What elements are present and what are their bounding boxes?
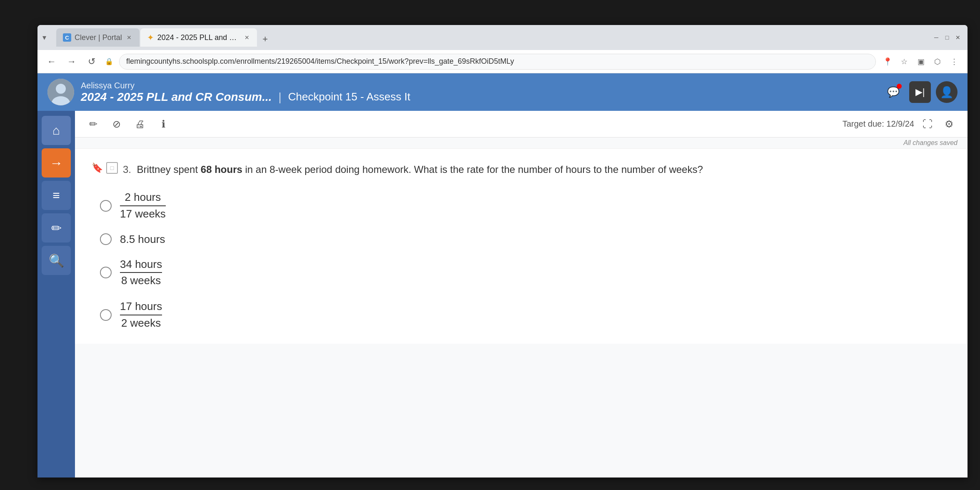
sidebar-item-search[interactable]: 🔍	[42, 246, 71, 275]
fraction-a-numerator: 2 hours	[120, 190, 166, 206]
block-button[interactable]: ⊘	[108, 116, 125, 132]
video-button[interactable]: ▶|	[909, 81, 931, 103]
radio-c[interactable]	[100, 267, 112, 278]
sidebar-item-layers[interactable]: ≡	[42, 181, 71, 210]
fraction-d-denominator: 2 weeks	[120, 315, 162, 330]
pencil-icon: ✏	[89, 118, 97, 130]
search-icon: 🔍	[49, 253, 64, 268]
fraction-a: 2 hours 17 weeks	[120, 190, 166, 221]
tab-bar: ▾ C Clever | Portal ✕ ✦ 2024 - 2025 PLL …	[37, 25, 968, 50]
answer-option-a[interactable]: 2 hours 17 weeks	[100, 190, 951, 221]
sidebar-item-arrow[interactable]: →	[42, 148, 71, 178]
fraction-c-numerator: 34 hours	[120, 258, 162, 273]
fraction-c: 34 hours 8 weeks	[120, 258, 162, 288]
question-number: 3.	[123, 164, 137, 175]
profile-button[interactable]: 👤	[936, 81, 958, 103]
fullscreen-icon: ⛶	[923, 118, 933, 130]
address-input[interactable]	[119, 54, 876, 70]
address-bar: ← → ↺ 🔒 📍 ☆ ▣ ⬡ ⋮	[37, 50, 968, 73]
header-username: Aelissya Curry	[81, 81, 410, 90]
question-text-bold: 68 hours	[201, 164, 242, 175]
tabs-container: C Clever | Portal ✕ ✦ 2024 - 2025 PLL an…	[53, 28, 928, 47]
extension-icon[interactable]: ⬡	[931, 55, 944, 68]
close-button[interactable]: ✕	[953, 33, 963, 42]
question-header: 🔖 □ 3. Brittney spent 68 hours	[92, 162, 951, 177]
tab-pll[interactable]: ✦ 2024 - 2025 PLL and CR Cons ✕	[140, 28, 257, 47]
notification-dot	[897, 84, 902, 89]
toolbar-left: ✏ ⊘ 🖨 ℹ	[85, 116, 172, 132]
radio-b[interactable]	[100, 233, 112, 245]
answer-b-text: 8.5 hours	[120, 233, 165, 246]
layers-icon: ≡	[52, 188, 60, 202]
settings-button[interactable]: ⚙	[941, 116, 958, 132]
sidebar-item-home[interactable]: ⌂	[42, 116, 71, 145]
answer-option-c[interactable]: 34 hours 8 weeks	[100, 258, 951, 288]
radio-d[interactable]	[100, 309, 112, 321]
screenshot-icon[interactable]: ▣	[914, 55, 928, 68]
dropdown-arrow[interactable]: ▾	[42, 33, 46, 42]
maximize-button[interactable]: □	[943, 33, 952, 42]
question-area: 🔖 □ 3. Brittney spent 68 hours	[75, 149, 968, 344]
back-button[interactable]: ←	[44, 54, 59, 69]
reload-button[interactable]: ↺	[84, 54, 99, 69]
header-left: Aelissya Curry 2024 - 2025 PLL and CR Co…	[47, 79, 410, 105]
content-toolbar: ✏ ⊘ 🖨 ℹ Target due: 12/9/24	[75, 111, 968, 138]
answer-option-b[interactable]: 8.5 hours	[100, 233, 951, 246]
question-text-after: in an 8-week period doing homework. What…	[245, 164, 703, 175]
menu-icon[interactable]: ⋮	[948, 55, 961, 68]
address-bar-icons: 📍 ☆ ▣ ⬡ ⋮	[881, 55, 961, 68]
new-tab-button[interactable]: +	[258, 32, 273, 47]
home-icon: ⌂	[52, 123, 60, 138]
header-checkpoint: Checkpoint 15 - Assess It	[288, 90, 410, 103]
fraction-d: 17 hours 2 weeks	[120, 300, 162, 330]
fraction-a-denominator: 17 weeks	[120, 206, 166, 221]
sidebar-item-edit[interactable]: ✏	[42, 213, 71, 242]
pll-favicon: ✦	[147, 33, 154, 42]
saved-status-bar: All changes saved	[75, 138, 968, 149]
info-icon: ℹ	[162, 118, 165, 130]
toolbar-right: Target due: 12/9/24 ⛶ ⚙	[843, 116, 958, 132]
question-type-icon[interactable]: □	[106, 162, 118, 174]
tab-clever[interactable]: C Clever | Portal ✕	[56, 28, 140, 47]
profile-icon: 👤	[940, 86, 953, 99]
question-actions: 🔖 □	[92, 162, 118, 174]
header-text: Aelissya Curry 2024 - 2025 PLL and CR Co…	[81, 81, 410, 104]
location-icon[interactable]: 📍	[881, 55, 894, 68]
header-course: 2024 - 2025 PLL and CR Consum...	[81, 90, 272, 104]
minimize-button[interactable]: ─	[932, 33, 941, 42]
clever-favicon: C	[63, 33, 71, 42]
saved-status: All changes saved	[903, 139, 958, 146]
bookmark-icon[interactable]: 🔖	[92, 162, 103, 173]
tab-pll-close[interactable]: ✕	[244, 34, 250, 41]
main-layout: ⌂ → ≡ ✏ 🔍	[37, 111, 968, 478]
settings-icon: ⚙	[945, 118, 954, 130]
app-header: Aelissya Curry 2024 - 2025 PLL and CR Co…	[37, 73, 968, 111]
content-area: ✏ ⊘ 🖨 ℹ Target due: 12/9/24	[75, 111, 968, 478]
checkbox-icon: □	[110, 165, 114, 171]
fullscreen-button[interactable]: ⛶	[919, 116, 936, 132]
sidebar: ⌂ → ≡ ✏ 🔍	[37, 111, 75, 478]
avatar	[47, 79, 74, 105]
radio-a[interactable]	[100, 200, 112, 212]
window-buttons: ─ □ ✕	[932, 33, 963, 42]
block-icon: ⊘	[112, 118, 121, 130]
fraction-d-numerator: 17 hours	[120, 300, 162, 315]
question-text-container: 3. Brittney spent 68 hours in an 8-week …	[123, 162, 703, 177]
star-icon[interactable]: ☆	[898, 55, 911, 68]
target-due: Target due: 12/9/24	[843, 119, 914, 129]
chat-button[interactable]: 💬	[883, 81, 904, 103]
answer-option-d[interactable]: 17 hours 2 weeks	[100, 300, 951, 330]
tab-clever-label: Clever | Portal	[75, 33, 122, 42]
browser-frame: ▾ C Clever | Portal ✕ ✦ 2024 - 2025 PLL …	[37, 25, 968, 478]
print-button[interactable]: 🖨	[132, 116, 148, 132]
arrow-icon: →	[50, 155, 63, 171]
pencil-button[interactable]: ✏	[85, 116, 102, 132]
info-button[interactable]: ℹ	[155, 116, 172, 132]
forward-button[interactable]: →	[64, 54, 79, 69]
video-icon: ▶|	[915, 87, 925, 98]
window-controls: ▾	[42, 33, 50, 42]
answer-options: 2 hours 17 weeks 8.5 hours	[92, 190, 951, 330]
tab-clever-close[interactable]: ✕	[125, 34, 133, 41]
fraction-c-denominator: 8 weeks	[120, 273, 162, 288]
svg-point-1	[56, 84, 66, 94]
